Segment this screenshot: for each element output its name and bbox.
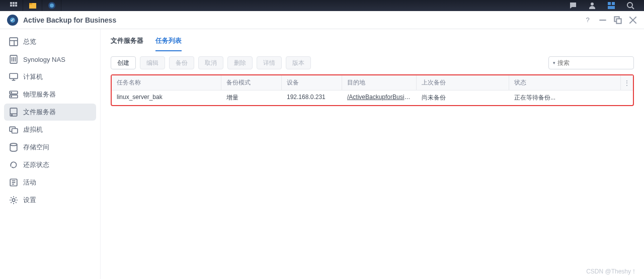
delete-button: 删除 bbox=[227, 56, 253, 69]
cell-destination: /ActiveBackupforBusin... bbox=[342, 90, 417, 105]
cell-last: 尚未备份 bbox=[417, 90, 509, 105]
svg-point-10 bbox=[591, 3, 594, 6]
search-input[interactable] bbox=[557, 59, 633, 66]
sidebar-item-label: 存储空间 bbox=[23, 143, 49, 152]
search-icon[interactable] bbox=[621, 0, 640, 11]
svg-rect-28 bbox=[10, 73, 18, 78]
svg-rect-3 bbox=[10, 5, 12, 7]
svg-rect-39 bbox=[12, 129, 18, 133]
col-menu-icon[interactable]: ⋮ bbox=[621, 75, 633, 90]
table-row[interactable]: linux_server_bak 增量 192.168.0.231 /Activ… bbox=[112, 90, 633, 105]
cell-device: 192.168.0.231 bbox=[282, 90, 342, 105]
help-icon[interactable]: ? bbox=[584, 16, 592, 24]
col-device[interactable]: 设备 bbox=[282, 75, 342, 90]
cancel-button: 取消 bbox=[198, 56, 223, 69]
user-icon[interactable] bbox=[583, 0, 602, 11]
monitor-icon bbox=[9, 72, 18, 81]
widget-icon[interactable] bbox=[602, 0, 621, 11]
col-name[interactable]: 任务名称 bbox=[112, 75, 221, 90]
cell-mode: 增量 bbox=[221, 90, 282, 105]
sidebar-item-label: 计算机 bbox=[23, 72, 43, 81]
create-button[interactable]: 创建 bbox=[111, 56, 136, 69]
dashboard-icon bbox=[9, 37, 18, 46]
sidebar-item-label: 虚拟机 bbox=[23, 125, 43, 134]
sidebar-item-storage[interactable]: 存储空间 bbox=[4, 139, 96, 156]
details-button: 详情 bbox=[257, 56, 282, 69]
svg-rect-2 bbox=[15, 2, 17, 4]
chevron-down-icon[interactable]: ▾ bbox=[553, 60, 555, 65]
table-header: 任务名称 备份模式 设备 目的地 上次备份 状态 ⋮ bbox=[112, 75, 633, 90]
minimize-icon[interactable] bbox=[599, 16, 607, 24]
cell-status: 正在等待备份... bbox=[509, 90, 621, 105]
sidebar-item-label: Synology NAS bbox=[23, 56, 65, 63]
sidebar-item-label: 还原状态 bbox=[23, 160, 49, 169]
svg-line-15 bbox=[632, 7, 634, 9]
version-button: 版本 bbox=[286, 56, 311, 69]
sidebar-item-settings[interactable]: 设置 bbox=[4, 192, 96, 209]
sidebar-item-activity[interactable]: 活动 bbox=[4, 174, 96, 191]
watermark: CSDN @Theshy！ bbox=[586, 267, 637, 276]
svg-point-37 bbox=[12, 115, 13, 116]
chat-icon[interactable] bbox=[564, 0, 583, 11]
sidebar: 总览 Synology NAS 计算机 物理服务器 文件服务器 虚拟机 存储空间 bbox=[0, 29, 101, 279]
col-status[interactable]: 状态 bbox=[509, 75, 621, 90]
svg-rect-0 bbox=[10, 2, 12, 4]
server-icon bbox=[9, 90, 18, 99]
sidebar-item-label: 活动 bbox=[23, 178, 36, 187]
sidebar-item-restore[interactable]: 还原状态 bbox=[4, 156, 96, 173]
tabs: 文件服务器 任务列表 bbox=[101, 29, 644, 51]
svg-point-9 bbox=[50, 4, 54, 8]
sidebar-item-label: 物理服务器 bbox=[23, 90, 56, 99]
svg-rect-13 bbox=[608, 6, 615, 9]
svg-rect-21 bbox=[10, 38, 18, 46]
sidebar-item-label: 总览 bbox=[23, 37, 36, 46]
svg-rect-5 bbox=[15, 5, 17, 7]
app-title: Active Backup for Business bbox=[23, 16, 116, 24]
close-icon[interactable] bbox=[629, 16, 637, 24]
svg-point-33 bbox=[11, 92, 12, 93]
toolbar: 创建 编辑 备份 取消 删除 详情 版本 ▾ bbox=[101, 51, 644, 74]
sidebar-item-physical-server[interactable]: 物理服务器 bbox=[4, 86, 96, 103]
backup-button: 备份 bbox=[169, 56, 194, 69]
sidebar-item-computer[interactable]: 计算机 bbox=[4, 68, 96, 85]
content-area: 文件服务器 任务列表 创建 编辑 备份 取消 删除 详情 版本 ▾ 任务名称 备… bbox=[101, 29, 644, 279]
col-last-backup[interactable]: 上次备份 bbox=[417, 75, 509, 90]
svg-rect-7 bbox=[29, 3, 32, 5]
edit-button: 编辑 bbox=[140, 56, 165, 69]
window-titlebar: ✓ Active Backup for Business ? bbox=[0, 11, 644, 29]
destination-link[interactable]: /ActiveBackupforBusin... bbox=[347, 94, 413, 101]
svg-point-45 bbox=[12, 199, 15, 202]
svg-point-40 bbox=[10, 143, 17, 146]
app-icon: ✓ bbox=[7, 15, 18, 26]
search-box[interactable]: ▾ bbox=[548, 56, 634, 69]
tab-file-server[interactable]: 文件服务器 bbox=[111, 36, 143, 51]
folder-app-icon[interactable] bbox=[23, 0, 42, 11]
nas-icon bbox=[9, 55, 18, 64]
sidebar-item-synology-nas[interactable]: Synology NAS bbox=[4, 51, 96, 68]
col-destination[interactable]: 目的地 bbox=[342, 75, 417, 90]
tab-task-list[interactable]: 任务列表 bbox=[155, 36, 182, 51]
apps-grid-icon[interactable] bbox=[4, 0, 23, 11]
sidebar-item-label: 文件服务器 bbox=[23, 108, 56, 117]
svg-rect-11 bbox=[608, 2, 611, 5]
cell-menu bbox=[621, 90, 633, 105]
col-mode[interactable]: 备份模式 bbox=[221, 75, 282, 90]
sidebar-item-overview[interactable]: 总览 bbox=[4, 33, 96, 50]
svg-point-14 bbox=[627, 3, 632, 8]
file-server-icon bbox=[9, 108, 18, 117]
vm-icon bbox=[9, 125, 18, 134]
sidebar-item-vm[interactable]: 虚拟机 bbox=[4, 121, 96, 138]
sidebar-item-file-server[interactable]: 文件服务器 bbox=[4, 104, 96, 121]
svg-point-34 bbox=[11, 96, 12, 97]
maximize-icon[interactable] bbox=[614, 16, 622, 24]
svg-rect-4 bbox=[13, 5, 15, 7]
gear-icon bbox=[9, 196, 18, 205]
activity-icon bbox=[9, 178, 18, 187]
sidebar-item-label: 设置 bbox=[23, 196, 36, 205]
backup-app-icon[interactable] bbox=[42, 0, 61, 11]
storage-icon bbox=[9, 143, 18, 152]
restore-icon bbox=[9, 160, 18, 169]
svg-rect-18 bbox=[616, 19, 621, 23]
cell-name: linux_server_bak bbox=[112, 90, 221, 105]
os-taskbar bbox=[0, 0, 644, 11]
